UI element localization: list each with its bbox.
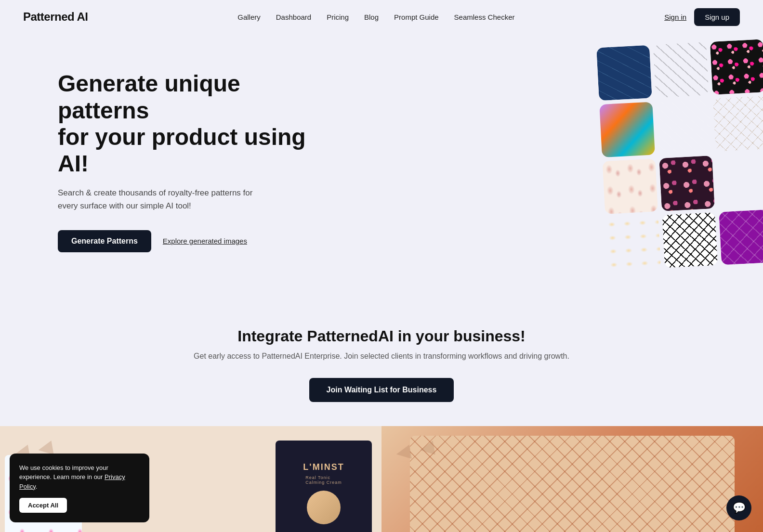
hero-title-line1: Generate unique patterns (58, 71, 240, 123)
nav-links: Gallery Dashboard Pricing Blog Prompt Gu… (237, 13, 514, 21)
hero-title-line2: for your product using AI! (58, 124, 306, 176)
waitlist-button[interactable]: Join Waiting List for Business (309, 378, 454, 402)
product-sub: Real TonicCalming Cream (305, 475, 342, 485)
pattern-item (602, 158, 658, 214)
gallery-right-pattern (410, 436, 734, 532)
pattern-item (719, 209, 763, 265)
signin-button[interactable]: Sign in (664, 13, 686, 21)
nav-dashboard[interactable]: Dashboard (276, 13, 311, 21)
product-box: L'MINST Real TonicCalming Cream (276, 441, 372, 532)
nav-actions: Sign in Sign up (664, 8, 740, 26)
pattern-item (653, 42, 709, 98)
hero-subtitle: Search & create thousands of royalty-fre… (58, 186, 270, 212)
signup-button[interactable]: Sign up (694, 8, 740, 26)
chat-button[interactable]: 💬 (726, 495, 751, 520)
brand-logo[interactable]: Patterned AI (23, 10, 88, 24)
explore-images-button[interactable]: Explore generated images (163, 237, 247, 245)
cookie-text: We use cookies to improve your experienc… (19, 463, 140, 492)
nav-prompt-guide[interactable]: Prompt Guide (394, 13, 439, 21)
cookie-banner: We use cookies to improve your experienc… (10, 454, 149, 523)
product-label: L'MINST (303, 462, 344, 472)
product-circle (307, 491, 341, 524)
business-subtitle: Get early access to PatternedAI Enterpri… (23, 352, 740, 361)
accept-cookies-button[interactable]: Accept All (19, 498, 67, 513)
navbar: Patterned AI Gallery Dashboard Pricing B… (0, 0, 763, 34)
pattern-item (605, 215, 661, 271)
pattern-grid (596, 39, 763, 271)
hero-text-area: Generate unique patterns for your produc… (58, 70, 328, 252)
pattern-item (713, 96, 763, 152)
pattern-item (596, 45, 652, 101)
pattern-item (599, 102, 655, 157)
nav-gallery[interactable]: Gallery (237, 13, 261, 21)
cookie-text-main: We use cookies to improve your experienc… (19, 464, 108, 481)
nav-blog[interactable]: Blog (364, 13, 379, 21)
business-section: Integrate PatternedAI in your business! … (0, 298, 763, 426)
pattern-item (656, 99, 712, 155)
hero-title: Generate unique patterns for your produc… (58, 70, 328, 177)
gallery-right: ◄◄ (382, 426, 763, 532)
pattern-item (662, 212, 718, 268)
nav-pricing[interactable]: Pricing (327, 13, 349, 21)
chat-icon: 💬 (733, 502, 746, 514)
pattern-item (659, 156, 715, 211)
pattern-item (716, 153, 763, 208)
business-title: Integrate PatternedAI in your business! (23, 327, 740, 345)
pattern-item (710, 39, 763, 95)
hero-buttons: Generate Patterns Explore generated imag… (58, 230, 328, 252)
generate-patterns-button[interactable]: Generate Patterns (58, 230, 151, 252)
nav-seamless-checker[interactable]: Seamless Checker (454, 13, 515, 21)
hero-section: Generate unique patterns for your produc… (0, 34, 763, 298)
pattern-grid-area (557, 53, 740, 270)
